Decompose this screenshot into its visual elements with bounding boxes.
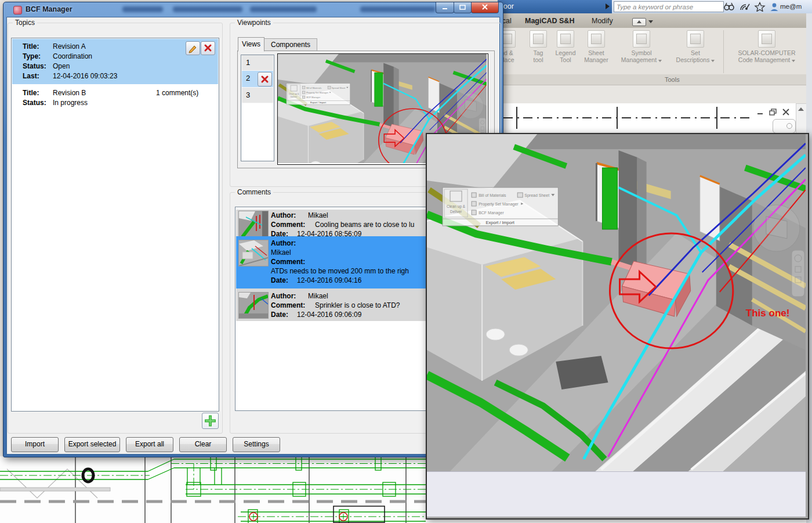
- comment-date: 12-04-2016 09:04:16: [297, 276, 361, 284]
- sheet-manager-icon: [588, 30, 605, 48]
- symbol-management-icon: [633, 30, 650, 48]
- solar-computer-icon: [758, 30, 775, 48]
- ribbon-tab-magicad[interactable]: MagiCAD S&H: [525, 17, 574, 25]
- search-input[interactable]: [614, 1, 724, 12]
- ribbon-button-solar-computer[interactable]: SOLAR-COMPUTER Code Management: [728, 30, 805, 63]
- revit-title-text: loor: [502, 2, 514, 10]
- comment-author: Mikael: [308, 211, 328, 219]
- ribbon-button-set-descriptions[interactable]: Set Descriptions: [670, 30, 720, 63]
- topic-status: Open: [53, 62, 70, 70]
- ribbon-toggle-caret-icon[interactable]: [648, 20, 653, 23]
- ribbon-tab-modify[interactable]: Modify: [592, 17, 613, 25]
- views-list[interactable]: 1 2 3: [241, 55, 274, 161]
- delete-view-button[interactable]: [258, 72, 272, 86]
- communication-center-icon[interactable]: [739, 2, 751, 12]
- grid-tick: [516, 107, 517, 129]
- viewport-3d-scene[interactable]: [427, 134, 806, 471]
- ribbon-button-symbol-management[interactable]: Symbol Management: [615, 30, 668, 63]
- settings-button[interactable]: Settings: [233, 437, 280, 452]
- cad-floor-plan: [0, 456, 426, 523]
- glass-reflection: [250, 6, 317, 12]
- topic-status: In progress: [53, 99, 88, 107]
- favorites-star-icon[interactable]: [754, 2, 766, 12]
- delete-topic-button[interactable]: [201, 41, 215, 55]
- comment-date: 12-04-2016 09:06:09: [297, 311, 361, 319]
- user-name-label[interactable]: me@m: [780, 3, 802, 10]
- comment-author: Mikael: [271, 248, 291, 257]
- viewpoints-group-label: Viewpoints: [235, 19, 273, 27]
- comments-group-label: Comments: [235, 188, 273, 196]
- topic-last: 12-04-2016 09:03:23: [53, 72, 117, 80]
- minimize-button[interactable]: [436, 2, 454, 13]
- dropdown-caret-icon: [658, 60, 662, 62]
- view-close-icon[interactable]: [781, 108, 791, 116]
- topic-item-selected[interactable]: Title: Revision A Type: Coordination Sta…: [12, 39, 218, 84]
- clear-button[interactable]: Clear: [179, 437, 227, 452]
- grid-tick: [617, 107, 618, 129]
- topic-title: Revision B: [53, 89, 86, 97]
- dialog-title: BCF Manager: [26, 5, 72, 13]
- scrollbar-up-button[interactable]: [796, 103, 807, 137]
- ribbon-minimize-toggle[interactable]: [632, 18, 646, 26]
- comment-thumbnail: [238, 240, 269, 266]
- topics-list[interactable]: Title: Revision A Type: Coordination Sta…: [11, 38, 219, 412]
- ribbon-button-legend-tool[interactable]: Legend Tool: [551, 30, 580, 63]
- delete-x-icon: [201, 42, 215, 55]
- dropdown-caret-icon: [792, 60, 795, 62]
- close-button[interactable]: [471, 2, 499, 13]
- maximize-button[interactable]: [454, 2, 472, 13]
- topic-item[interactable]: Title: Revision B 1 comment(s) Status: I…: [12, 85, 218, 111]
- comment-thumbnail: [238, 211, 269, 237]
- glass-reflection: [122, 6, 163, 12]
- ribbon-panel-separator: [723, 30, 724, 73]
- comment-text: Sprinkler is o close to ATD?: [315, 301, 400, 309]
- close-icon: [472, 2, 498, 13]
- topic-type: Coordination: [53, 52, 92, 60]
- export-selected-button[interactable]: Export selected: [64, 437, 120, 452]
- grid-line: [503, 117, 753, 118]
- edit-topic-button[interactable]: [186, 41, 200, 55]
- topics-group-label: Topics: [13, 19, 37, 27]
- delete-x-icon: [258, 73, 271, 86]
- import-button[interactable]: Import: [11, 437, 59, 452]
- tag-tool-icon: [530, 30, 547, 48]
- maximize-icon: [454, 2, 471, 13]
- ribbon-button-sheet-manager[interactable]: Sheet Manager: [580, 30, 612, 63]
- view-item-3[interactable]: 3: [242, 88, 273, 103]
- tab-components[interactable]: Components: [264, 38, 317, 52]
- set-descriptions-icon: [687, 30, 704, 48]
- view-restore-icon[interactable]: [768, 108, 778, 116]
- topic-comment-count: 1 comment(s): [156, 89, 198, 97]
- bcf-app-icon: [13, 6, 22, 15]
- user-account-icon[interactable]: [768, 2, 780, 12]
- view-item-2-selected[interactable]: 2: [242, 71, 273, 88]
- comment-text: Cooling beams are to close to lu: [315, 221, 414, 229]
- legend-tool-icon: [557, 30, 574, 48]
- glass-reflection: [173, 6, 242, 12]
- view-item-1[interactable]: 1: [242, 55, 273, 71]
- title-flyout-arrow-icon[interactable]: [606, 3, 610, 9]
- steering-wheel-tab[interactable]: [773, 119, 796, 134]
- ribbon-panel-strip: [498, 74, 812, 85]
- topic-title: Revision A: [53, 42, 86, 51]
- grid-tick: [716, 107, 717, 129]
- add-topic-button[interactable]: [202, 413, 219, 429]
- ribbon-lower-strip: [498, 85, 812, 103]
- export-all-button[interactable]: Export all: [126, 437, 173, 452]
- pencil-icon: [186, 42, 200, 55]
- comment-text: ATDs needs to be moved 200 mm to the rig…: [271, 267, 409, 275]
- glass-reflection: [360, 6, 436, 12]
- dropdown-caret-icon: [711, 60, 715, 62]
- infocenter-bar: me@m: [612, 0, 812, 13]
- view-minimize-icon[interactable]: [756, 108, 765, 116]
- viewport-3d-window[interactable]: [426, 133, 809, 520]
- comment-thumbnail: [238, 292, 269, 319]
- search-binoculars-icon[interactable]: [723, 2, 735, 12]
- ribbon-button-tag-tool[interactable]: Tag tool: [525, 30, 551, 63]
- viewport-bottom-strip: [427, 471, 806, 517]
- tools-panel-label: Tools: [665, 76, 680, 83]
- screen: loor me@m ical MagiCAD S&H Modify nd & p…: [0, 0, 812, 523]
- minimize-icon: [436, 2, 454, 13]
- add-plus-icon: [202, 413, 218, 428]
- tab-views[interactable]: Views: [238, 37, 264, 52]
